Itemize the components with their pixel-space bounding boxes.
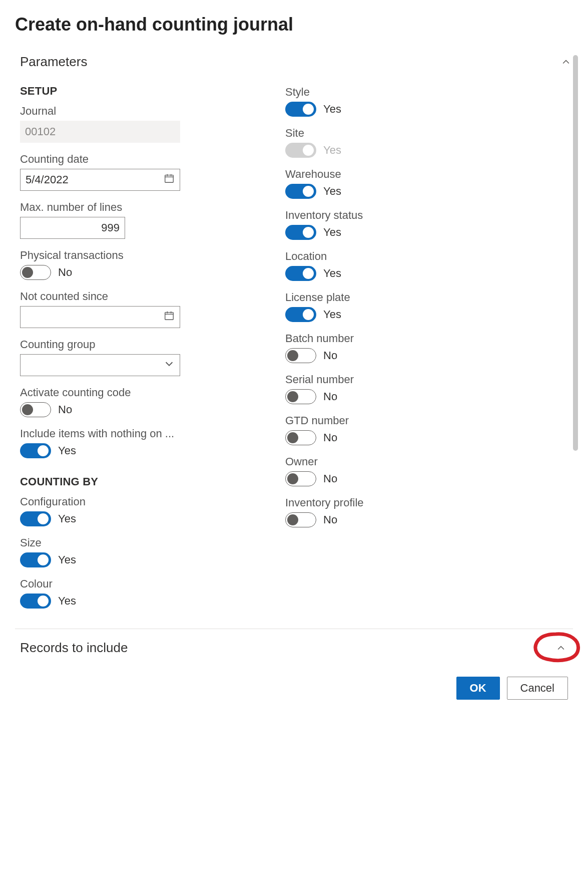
chevron-down-icon (164, 358, 175, 372)
parameters-section-title: Parameters (20, 54, 87, 70)
calendar-icon[interactable] (164, 310, 175, 324)
configuration-state: Yes (58, 512, 76, 525)
scrollbar[interactable] (573, 55, 578, 451)
style-state: Yes (323, 103, 341, 116)
colour-state: Yes (58, 595, 76, 608)
batch-number-label: Batch number (285, 332, 500, 345)
include-nothing-onhand-state: Yes (58, 444, 76, 457)
journal-input: 00102 (20, 121, 180, 143)
configuration-label: Configuration (20, 495, 235, 508)
include-nothing-onhand-toggle[interactable] (20, 443, 51, 458)
physical-transactions-toggle[interactable] (20, 265, 51, 280)
configuration-toggle[interactable] (20, 511, 51, 526)
not-counted-since-input[interactable] (20, 306, 180, 328)
setup-heading: SETUP (20, 85, 250, 98)
site-state: Yes (323, 144, 341, 157)
svg-rect-0 (165, 175, 174, 183)
inventory-profile-toggle[interactable] (285, 512, 316, 527)
chevron-up-icon (554, 641, 568, 655)
physical-transactions-label: Physical transactions (20, 249, 235, 262)
site-label: Site (285, 127, 500, 140)
warehouse-state: Yes (323, 185, 341, 198)
batch-number-state: No (323, 349, 337, 362)
activate-counting-code-toggle[interactable] (20, 402, 51, 417)
style-toggle[interactable] (285, 102, 316, 117)
counting-date-input[interactable]: 5/4/2022 (20, 169, 180, 191)
warehouse-toggle[interactable] (285, 184, 316, 199)
inventory-profile-state: No (323, 513, 337, 526)
colour-toggle[interactable] (20, 594, 51, 609)
svg-rect-10 (165, 313, 174, 320)
physical-transactions-state: No (58, 266, 72, 279)
owner-label: Owner (285, 455, 500, 468)
counting-group-select[interactable] (20, 354, 180, 376)
not-counted-since-label: Not counted since (20, 290, 235, 303)
inventory-status-state: Yes (323, 226, 341, 239)
serial-number-state: No (323, 390, 337, 403)
counting-group-label: Counting group (20, 338, 235, 351)
records-section-header[interactable]: Records to include (15, 629, 573, 667)
ok-button[interactable]: OK (456, 677, 500, 700)
gtd-number-toggle[interactable] (285, 430, 316, 445)
location-label: Location (285, 250, 500, 263)
cancel-button[interactable]: Cancel (507, 677, 568, 700)
journal-label: Journal (20, 105, 235, 118)
max-lines-input[interactable]: 999 (20, 217, 125, 239)
inventory-profile-label: Inventory profile (285, 496, 500, 509)
size-label: Size (20, 536, 235, 549)
gtd-number-label: GTD number (285, 414, 500, 427)
serial-number-toggle[interactable] (285, 389, 316, 404)
inventory-status-label: Inventory status (285, 209, 500, 222)
parameters-section-header[interactable]: Parameters (15, 50, 573, 74)
max-lines-label: Max. number of lines (20, 201, 235, 214)
calendar-icon[interactable] (164, 173, 175, 187)
counting-date-label: Counting date (20, 153, 235, 166)
owner-state: No (323, 472, 337, 485)
license-plate-label: License plate (285, 291, 500, 304)
warehouse-label: Warehouse (285, 168, 500, 181)
owner-toggle[interactable] (285, 471, 316, 486)
activate-counting-code-state: No (58, 403, 72, 416)
size-state: Yes (58, 553, 76, 566)
license-plate-state: Yes (323, 308, 341, 321)
license-plate-toggle[interactable] (285, 307, 316, 322)
inventory-status-toggle[interactable] (285, 225, 316, 240)
site-toggle (285, 143, 316, 158)
counting-by-heading: COUNTING BY (20, 475, 250, 488)
page-title: Create on-hand counting journal (15, 14, 573, 35)
location-state: Yes (323, 267, 341, 280)
gtd-number-state: No (323, 431, 337, 444)
size-toggle[interactable] (20, 552, 51, 567)
include-nothing-onhand-label: Include items with nothing on ... (20, 427, 235, 440)
records-section-title: Records to include (20, 640, 128, 656)
chevron-up-icon (559, 55, 573, 69)
location-toggle[interactable] (285, 266, 316, 281)
serial-number-label: Serial number (285, 373, 500, 386)
activate-counting-code-label: Activate counting code (20, 386, 235, 399)
style-label: Style (285, 86, 500, 99)
colour-label: Colour (20, 577, 235, 591)
batch-number-toggle[interactable] (285, 348, 316, 363)
